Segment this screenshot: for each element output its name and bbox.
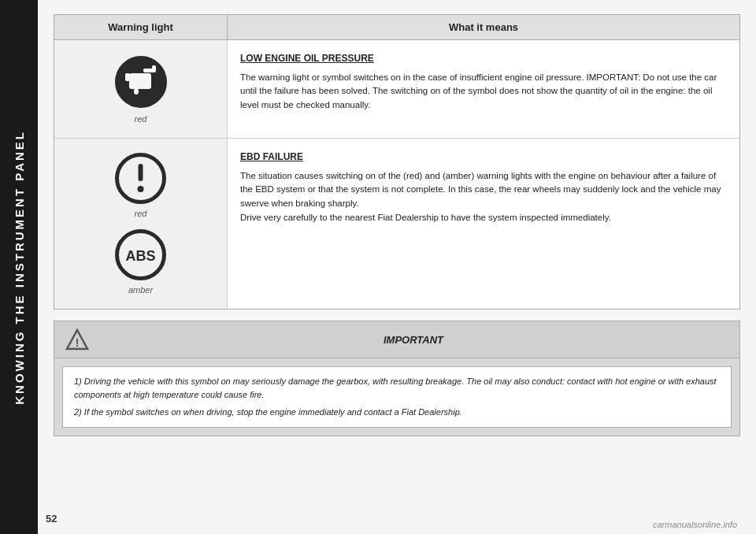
icon-label-amber: amber xyxy=(128,285,153,295)
icon-label-red-2: red xyxy=(135,209,147,218)
warning-table: Warning light What it means xyxy=(54,14,740,310)
watermark: carmanualsonline.info xyxy=(653,520,737,529)
warning-triangle-icon: ! xyxy=(65,328,89,351)
svg-rect-2 xyxy=(152,65,156,72)
ebd-section-title: EBD FAILURE xyxy=(240,150,727,165)
main-content: Warning light What it means xyxy=(38,0,756,534)
page-number: 52 xyxy=(46,513,57,525)
table-row: red ABS amber EBD FAILURE The situation … xyxy=(54,139,739,309)
abs-icon: ABS xyxy=(115,229,166,280)
svg-text:ABS: ABS xyxy=(125,248,155,264)
icon-cell-oil: red xyxy=(54,40,228,138)
header-warning-light: Warning light xyxy=(54,15,228,39)
sidebar-title: KNOWING THE INSTRUMENT PANEL xyxy=(13,130,26,405)
important-header: ! IMPORTANT xyxy=(54,321,739,358)
oil-section-title: LOW ENGINE OIL PRESSURE xyxy=(240,51,727,66)
icon-label-red-1: red xyxy=(135,114,147,124)
table-header: Warning light What it means xyxy=(54,15,739,40)
svg-rect-4 xyxy=(125,73,130,81)
header-what-it-means: What it means xyxy=(228,15,739,39)
text-cell-oil: LOW ENGINE OIL PRESSURE The warning ligh… xyxy=(228,40,739,138)
important-title: IMPORTANT xyxy=(98,334,728,346)
svg-point-9 xyxy=(138,186,144,192)
sidebar: KNOWING THE INSTRUMENT PANEL xyxy=(0,0,38,534)
oil-pressure-icon xyxy=(113,54,169,109)
text-cell-ebd: EBD FAILURE The situation causes switchi… xyxy=(228,139,739,309)
important-box: ! IMPORTANT 1) Driving the vehicle with … xyxy=(54,321,740,436)
svg-rect-6 xyxy=(135,89,138,93)
svg-text:!: ! xyxy=(76,336,80,349)
oil-description: The warning light or symbol switches on … xyxy=(240,72,717,110)
important-line-1: 1) Driving the vehicle with this symbol … xyxy=(74,375,720,402)
table-row: red LOW ENGINE OIL PRESSURE The warning … xyxy=(54,40,739,139)
important-content: 1) Driving the vehicle with this symbol … xyxy=(62,366,732,428)
important-line-2: 2) If the symbol switches on when drivin… xyxy=(74,406,720,419)
icon-cell-ebd: red ABS amber xyxy=(54,139,228,309)
exclamation-circle-icon xyxy=(115,153,166,204)
ebd-description: The situation causes switching on of the… xyxy=(240,171,721,222)
svg-rect-8 xyxy=(139,164,143,181)
svg-rect-3 xyxy=(129,73,151,89)
